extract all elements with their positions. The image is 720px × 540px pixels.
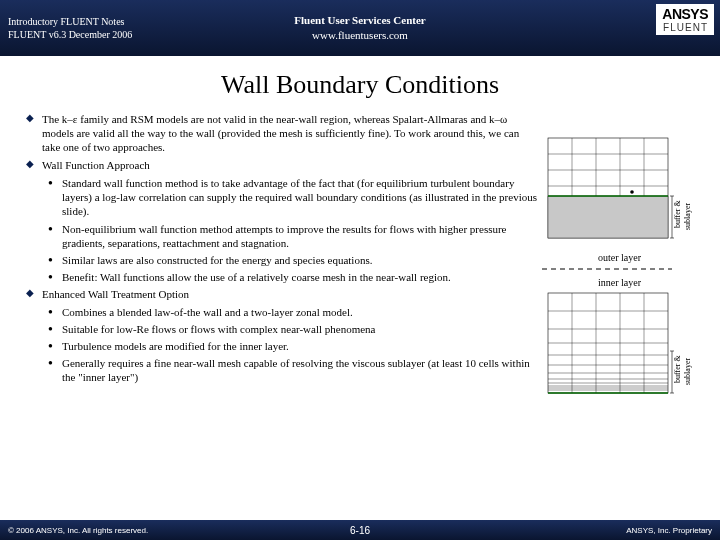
bullet-mark: ● <box>48 356 62 384</box>
mesh-inner-icon: buffer & sublayer <box>542 289 702 399</box>
bullet-text: Similar laws are also constructed for th… <box>62 253 542 267</box>
bullet-text: The k–ε family and RSM models are not va… <box>42 112 542 154</box>
bullet-text: Benefit: Wall functions allow the use of… <box>62 270 542 284</box>
service-url: www.fluentusers.com <box>294 28 425 43</box>
bullet-mark: ◆ <box>26 158 42 172</box>
fig-side-label: sublayer <box>683 358 692 385</box>
bullet-text: Non-equilibrium wall function method att… <box>62 222 542 250</box>
figure-label-inner: inner layer <box>598 277 710 288</box>
course-version: FLUENT v6.3 December 2006 <box>8 28 132 41</box>
bullet-text: Generally requires a fine near-wall mesh… <box>62 356 542 384</box>
course-title: Introductory FLUENT Notes <box>8 15 132 28</box>
mesh-outer-icon: buffer & sublayer <box>542 134 702 244</box>
sub-bullet-item: ●Similar laws are also constructed for t… <box>48 253 542 267</box>
divider-icon <box>542 264 702 274</box>
bullet-text: Suitable for low-Re flows or flows with … <box>62 322 542 336</box>
bullet-text: Turbulence models are modified for the i… <box>62 339 542 353</box>
bullet-mark: ● <box>48 322 62 336</box>
figure-outer: buffer & sublayer <box>542 134 710 244</box>
logo: ANSYS FLUENT <box>656 4 714 35</box>
figure-column: buffer & sublayer outer layer inner laye… <box>542 112 710 407</box>
logo-brand: ANSYS <box>662 6 708 22</box>
service-center: Fluent User Services Center <box>294 13 425 28</box>
logo-product: FLUENT <box>662 22 708 33</box>
header-bar: Introductory FLUENT Notes FLUENT v6.3 De… <box>0 0 720 56</box>
figure-label-outer: outer layer <box>598 252 710 263</box>
svg-point-10 <box>630 190 634 194</box>
page-number: 6-16 <box>350 525 370 536</box>
sub-bullet-item: ●Non-equilibrium wall function method at… <box>48 222 542 250</box>
sub-bullet-item: ●Combines a blended law-of-the wall and … <box>48 305 542 319</box>
bullet-item: ◆Enhanced Wall Treatment Option <box>26 287 542 301</box>
copyright: © 2006 ANSYS, Inc. All rights reserved. <box>8 526 148 535</box>
svg-rect-8 <box>548 196 668 238</box>
bullet-mark: ● <box>48 339 62 353</box>
bullet-item: ◆The k–ε family and RSM models are not v… <box>26 112 542 154</box>
bullet-text: Standard wall function method is to take… <box>62 176 542 218</box>
fig-side-label: buffer & <box>673 355 682 383</box>
bullet-mark: ◆ <box>26 112 42 154</box>
content-area: ◆The k–ε family and RSM models are not v… <box>0 112 720 407</box>
sub-bullet-item: ●Standard wall function method is to tak… <box>48 176 542 218</box>
bullet-item: ◆Wall Function Approach <box>26 158 542 172</box>
footer-bar: © 2006 ANSYS, Inc. All rights reserved. … <box>0 520 720 540</box>
header-left: Introductory FLUENT Notes FLUENT v6.3 De… <box>8 15 132 41</box>
bullet-mark: ● <box>48 305 62 319</box>
fig-side-label: buffer & <box>673 200 682 228</box>
text-column: ◆The k–ε family and RSM models are not v… <box>26 112 542 407</box>
proprietary-notice: ANSYS, Inc. Proprietary <box>626 526 712 535</box>
fig-side-label: sublayer <box>683 203 692 230</box>
sub-bullet-item: ●Suitable for low-Re flows or flows with… <box>48 322 542 336</box>
bullet-text: Wall Function Approach <box>42 158 542 172</box>
bullet-text: Combines a blended law-of-the wall and a… <box>62 305 542 319</box>
sub-bullet-item: ●Turbulence models are modified for the … <box>48 339 542 353</box>
bullet-mark: ● <box>48 270 62 284</box>
slide-title: Wall Boundary Conditions <box>0 70 720 100</box>
bullet-text: Enhanced Wall Treatment Option <box>42 287 542 301</box>
sub-bullet-item: ●Benefit: Wall functions allow the use o… <box>48 270 542 284</box>
bullet-mark: ● <box>48 253 62 267</box>
sub-bullet-item: ●Generally requires a fine near-wall mes… <box>48 356 542 384</box>
bullet-mark: ◆ <box>26 287 42 301</box>
header-center: Fluent User Services Center www.fluentus… <box>294 13 425 44</box>
figure-inner: buffer & sublayer <box>542 289 710 399</box>
bullet-mark: ● <box>48 222 62 250</box>
bullet-mark: ● <box>48 176 62 218</box>
